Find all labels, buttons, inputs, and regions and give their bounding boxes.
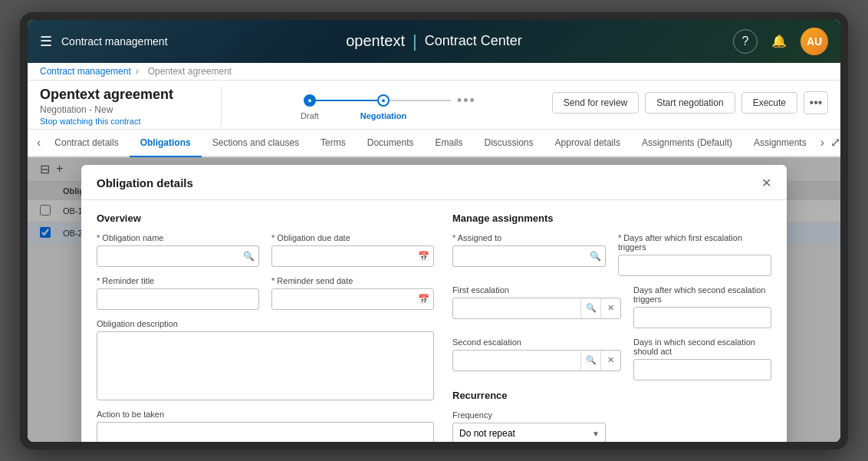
reminder-send-date-label: * Reminder send date <box>271 276 434 285</box>
assigned-to-input[interactable] <box>452 245 606 267</box>
group-assigned-to: * Assigned to 🔍 <box>452 233 606 276</box>
more-actions-button[interactable]: ••• <box>804 91 828 114</box>
first-escalation-input[interactable] <box>453 300 580 317</box>
second-escalation-input-wrapper: 🔍 ✕ <box>452 350 621 371</box>
recurrence-section-title: Recurrence <box>452 390 771 401</box>
brand-pipe: | <box>413 31 417 51</box>
tab-documents[interactable]: Documents <box>357 130 425 157</box>
days-first-label: * Days after which first escalation trig… <box>618 233 771 252</box>
breadcrumb-parent-link[interactable]: Contract management <box>40 66 131 77</box>
hamburger-menu[interactable]: ☰ <box>40 33 52 50</box>
obligation-due-date-input[interactable] <box>271 245 434 267</box>
tab-assignments-default[interactable]: Assignments (Default) <box>631 130 743 157</box>
first-escalation-search-btn[interactable]: 🔍 <box>580 298 600 318</box>
first-escalation-input-wrapper: 🔍 ✕ <box>452 298 621 319</box>
row-reminder: * Reminder title * Reminder send date <box>97 276 434 310</box>
breadcrumb: Contract management › Opentext agreement <box>28 63 840 81</box>
group-reminder-send-date: * Reminder send date 📅 <box>271 276 434 310</box>
obligation-name-label: * Obligation name <box>97 233 259 242</box>
obligation-name-input[interactable] <box>97 245 259 267</box>
progress-steps: ● Draft ● Negotiation ••• <box>304 93 482 109</box>
modal-overlay: Obligation details ✕ Overview * Obligati… <box>28 157 840 442</box>
days-second-wrapper <box>633 307 771 328</box>
tab-obligations[interactable]: Obligations <box>130 130 202 157</box>
step-negotiation: ● Negotiation <box>377 94 390 107</box>
group-first-escalation: First escalation 🔍 ✕ <box>452 285 621 328</box>
first-escalation-label: First escalation <box>452 285 621 295</box>
more-dots-icon: ••• <box>810 96 823 110</box>
step-line-2 <box>390 100 451 101</box>
notification-button[interactable]: 🔔 <box>767 29 791 54</box>
progress-track: ● Draft ● Negotiation ••• <box>234 87 552 115</box>
tab-assignments[interactable]: Assignments <box>743 130 817 157</box>
reminder-title-wrapper <box>97 288 259 310</box>
group-frequency: Frequency Do not repeat Daily Weekly Mon… <box>452 410 606 442</box>
second-escalation-clear-btn[interactable]: ✕ <box>600 351 620 370</box>
tab-contract-details[interactable]: Contract details <box>44 130 129 157</box>
send-for-review-button[interactable]: Send for review <box>552 92 639 114</box>
frequency-select-wrapper: Do not repeat Daily Weekly Monthly Yearl… <box>452 423 606 442</box>
step-circle-negotiation: ● <box>377 94 390 107</box>
breadcrumb-separator: › <box>136 66 139 77</box>
tab-approval-details[interactable]: Approval details <box>544 130 631 157</box>
tab-expand-button[interactable]: ⤢ <box>827 132 840 153</box>
tab-sections-clauses[interactable]: Sections and clauses <box>202 130 310 157</box>
contract-actions: Send for review Start negotiation Execut… <box>552 87 828 114</box>
reminder-send-date-input[interactable] <box>271 288 434 310</box>
app-title: Contract management <box>61 35 168 48</box>
contract-status: Negotiation - New <box>40 104 209 115</box>
watch-link[interactable]: Stop watching this contract <box>40 117 209 126</box>
second-escalation-search-btn[interactable]: 🔍 <box>580 351 600 370</box>
reminder-title-input[interactable] <box>97 288 259 310</box>
group-obligation-due-date: * Obligation due date 📅 <box>271 233 434 267</box>
contract-info: Opentext agreement Negotiation - New Sto… <box>40 87 209 126</box>
days-first-wrapper <box>618 255 771 276</box>
modal-right-section: Manage assignments * Assigned to 🔍 <box>452 212 771 442</box>
obligation-desc-textarea[interactable] <box>97 331 434 400</box>
tab-discussions[interactable]: Discussions <box>474 130 544 157</box>
bell-icon: 🔔 <box>771 34 787 48</box>
tab-emails[interactable]: Emails <box>424 130 473 157</box>
modal-close-button[interactable]: ✕ <box>761 176 771 190</box>
days-second-input[interactable] <box>633 307 771 328</box>
second-escalation-label: Second escalation <box>452 338 621 347</box>
main-content: ⊟ + Obligation name OB-1 <box>28 157 840 442</box>
top-navigation: ☰ Contract management opentext | Contrac… <box>28 20 840 63</box>
tabs-bar: ‹ Contract details Obligations Sections … <box>28 130 840 157</box>
contract-name: Opentext agreement <box>40 87 209 103</box>
start-negotiation-button[interactable]: Start negotiation <box>645 92 735 114</box>
obligation-due-date-label: * Obligation due date <box>271 233 434 242</box>
group-second-escalation: Second escalation 🔍 ✕ <box>452 338 621 380</box>
row-second-escalation: Second escalation 🔍 ✕ Days in which seco… <box>452 338 771 380</box>
obligation-details-modal: Obligation details ✕ Overview * Obligati… <box>81 165 787 442</box>
group-days-second-act: Days in which second escalation should a… <box>633 338 771 380</box>
execute-button[interactable]: Execute <box>741 92 797 114</box>
days-second-act-wrapper <box>633 359 771 380</box>
second-escalation-input[interactable] <box>453 352 580 369</box>
tab-next-button[interactable]: › <box>817 131 827 154</box>
days-second-act-input[interactable] <box>633 359 771 380</box>
help-icon: ? <box>742 35 749 48</box>
group-obligation-desc: Obligation description <box>97 319 434 400</box>
step-line-1 <box>316 100 377 101</box>
row-escalations: First escalation 🔍 ✕ Days after which se… <box>452 285 771 328</box>
days-first-input[interactable] <box>618 255 771 276</box>
step-draft: ● Draft <box>304 94 316 107</box>
obligation-due-date-wrapper: 📅 <box>271 245 434 267</box>
group-reminder-title: * Reminder title <box>97 276 259 310</box>
modal-left-section: Overview * Obligation name 🔍 <box>97 212 434 442</box>
frequency-select[interactable]: Do not repeat Daily Weekly Monthly Yearl… <box>452 423 606 442</box>
assigned-to-wrapper: 🔍 <box>452 245 606 267</box>
action-textarea[interactable] <box>97 422 434 442</box>
user-avatar[interactable]: AU <box>801 28 828 55</box>
reminder-send-date-wrapper: 📅 <box>271 288 434 310</box>
group-obligation-name: * Obligation name 🔍 <box>97 233 259 267</box>
help-button[interactable]: ? <box>733 29 758 54</box>
tab-terms[interactable]: Terms <box>310 130 357 157</box>
group-action: Action to be taken <box>97 410 434 442</box>
first-escalation-clear-btn[interactable]: ✕ <box>600 298 620 318</box>
brand-logo: opentext | Contract Center <box>346 31 522 51</box>
group-days-first: * Days after which first escalation trig… <box>618 233 771 276</box>
overview-section-title: Overview <box>97 212 434 224</box>
tab-prev-button[interactable]: ‹ <box>34 131 44 154</box>
